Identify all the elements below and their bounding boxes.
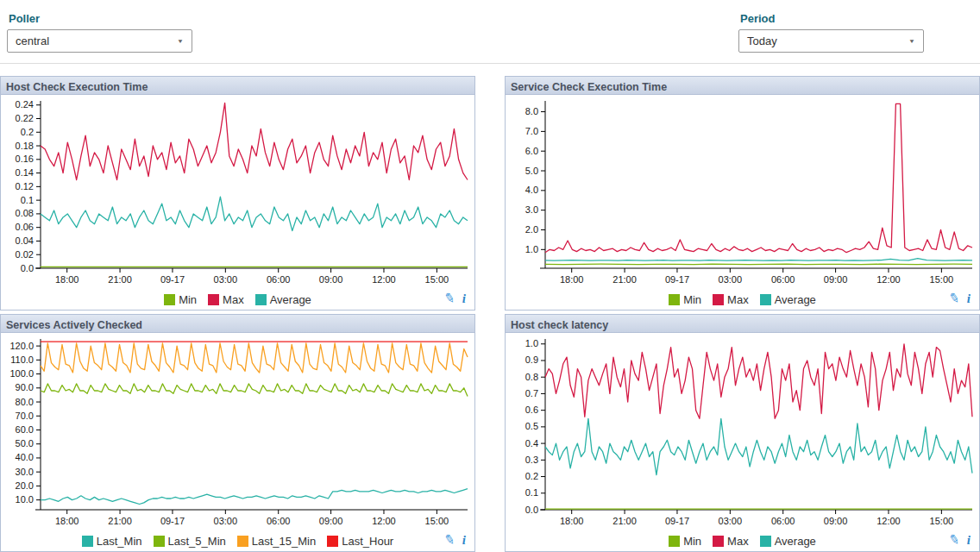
filter-bar: Poller central ▼ Period Today ▼ xyxy=(0,0,980,64)
svg-text:15:00: 15:00 xyxy=(930,516,954,526)
legend-swatch xyxy=(669,536,680,547)
svg-text:06:00: 06:00 xyxy=(771,274,795,285)
panel-title-bar: Host Check Execution Time xyxy=(1,77,474,95)
legend-label: Min xyxy=(683,293,701,306)
svg-text:50.0: 50.0 xyxy=(16,438,34,448)
panel-service-check-execution-time: Service Check Execution Time 1.02.03.04.… xyxy=(505,76,980,310)
legend-swatch xyxy=(760,536,771,547)
legend-label: Last_Hour xyxy=(342,535,393,548)
legend-swatch xyxy=(255,294,267,305)
svg-text:09:00: 09:00 xyxy=(319,274,343,285)
info-icon[interactable]: i xyxy=(462,533,466,548)
legend-swatch xyxy=(82,536,93,547)
svg-text:03:00: 03:00 xyxy=(214,516,238,526)
legend-label: Min xyxy=(683,535,701,548)
info-icon[interactable]: i xyxy=(967,292,971,306)
svg-text:15:00: 15:00 xyxy=(930,274,954,285)
legend-label: Last_5_Min xyxy=(168,535,226,548)
panel-title-bar: Services Actively Checked xyxy=(1,315,474,333)
svg-text:0.0: 0.0 xyxy=(21,263,34,273)
legend-swatch xyxy=(208,294,219,305)
svg-text:12:00: 12:00 xyxy=(372,274,396,285)
svg-text:0.04: 0.04 xyxy=(16,235,34,246)
svg-text:0.08: 0.08 xyxy=(16,208,34,218)
svg-text:2.0: 2.0 xyxy=(525,224,538,235)
legend-label: Max xyxy=(223,293,244,306)
svg-text:0.8: 0.8 xyxy=(525,372,538,382)
panel-title: Host check latency xyxy=(511,319,608,331)
svg-text:21:00: 21:00 xyxy=(612,516,637,526)
panel-title-bar: Host check latency xyxy=(506,315,979,333)
svg-text:0.6: 0.6 xyxy=(525,405,538,415)
legend-swatch xyxy=(164,294,175,305)
legend-item-average: Average xyxy=(255,293,311,306)
panel-title: Services Actively Checked xyxy=(6,319,142,331)
legend-item-min: Min xyxy=(669,293,701,306)
svg-text:0.7: 0.7 xyxy=(525,388,538,398)
svg-text:1.0: 1.0 xyxy=(525,338,538,348)
svg-text:0.22: 0.22 xyxy=(16,113,34,123)
legend-label: Average xyxy=(775,293,816,306)
legend-swatch xyxy=(713,536,724,547)
legend-item-average: Average xyxy=(760,535,816,548)
svg-text:09-17: 09-17 xyxy=(665,274,689,285)
poller-field: Poller central ▼ xyxy=(7,10,192,63)
pencil-icon[interactable]: ✎ xyxy=(948,290,962,307)
svg-text:3.0: 3.0 xyxy=(525,204,538,215)
svg-text:0.16: 0.16 xyxy=(16,154,34,164)
svg-text:03:00: 03:00 xyxy=(719,274,743,285)
period-select[interactable]: Today ▼ xyxy=(738,29,924,53)
charts-grid: Host Check Execution Time 0.00.020.040.0… xyxy=(0,76,980,552)
svg-text:100.0: 100.0 xyxy=(9,368,34,379)
svg-text:03:00: 03:00 xyxy=(214,274,238,285)
chart-legend: MinMaxAverage xyxy=(669,293,816,306)
legend-label: Average xyxy=(270,293,311,306)
svg-text:09:00: 09:00 xyxy=(824,274,848,285)
svg-text:21:00: 21:00 xyxy=(108,516,132,526)
svg-text:0.3: 0.3 xyxy=(525,455,538,465)
pencil-icon[interactable]: ✎ xyxy=(443,290,457,307)
legend-swatch xyxy=(669,294,680,305)
svg-text:120.0: 120.0 xyxy=(9,341,34,351)
poller-selected-value: central xyxy=(16,34,49,47)
svg-text:12:00: 12:00 xyxy=(372,516,396,526)
svg-text:09:00: 09:00 xyxy=(319,516,343,526)
svg-text:10.0: 10.0 xyxy=(16,494,34,505)
info-icon[interactable]: i xyxy=(967,533,971,548)
legend-label: Max xyxy=(727,535,749,548)
svg-text:18:00: 18:00 xyxy=(560,516,584,526)
svg-text:20.0: 20.0 xyxy=(16,480,34,491)
legend-label: Last_15_Min xyxy=(252,535,316,548)
svg-text:09-17: 09-17 xyxy=(160,274,185,285)
legend-label: Max xyxy=(727,293,749,306)
legend-item-max: Max xyxy=(208,293,244,306)
svg-text:1.0: 1.0 xyxy=(525,244,538,254)
svg-text:40.0: 40.0 xyxy=(16,452,34,462)
svg-text:15:00: 15:00 xyxy=(425,516,449,526)
host-check-execution-time-chart: 0.00.020.040.060.080.10.120.140.160.180.… xyxy=(1,95,474,289)
svg-text:06:00: 06:00 xyxy=(771,516,795,526)
legend-swatch xyxy=(713,294,724,305)
svg-text:0.1: 0.1 xyxy=(21,195,34,205)
pencil-icon[interactable]: ✎ xyxy=(443,531,457,549)
svg-text:110.0: 110.0 xyxy=(10,354,34,365)
svg-text:0.9: 0.9 xyxy=(525,354,538,365)
legend-swatch xyxy=(154,536,165,547)
svg-text:03:00: 03:00 xyxy=(719,516,743,526)
svg-text:0.2: 0.2 xyxy=(21,127,34,137)
legend-label: Average xyxy=(775,535,816,548)
svg-text:12:00: 12:00 xyxy=(876,274,901,285)
svg-text:09-17: 09-17 xyxy=(160,516,185,526)
svg-text:60.0: 60.0 xyxy=(16,424,34,435)
panel-host-check-execution-time: Host Check Execution Time 0.00.020.040.0… xyxy=(0,76,475,310)
svg-text:09-17: 09-17 xyxy=(665,516,689,526)
legend-item-max: Max xyxy=(713,535,749,548)
svg-text:0.0: 0.0 xyxy=(525,505,538,515)
poller-select[interactable]: central ▼ xyxy=(7,29,192,53)
period-selected-value: Today xyxy=(747,34,777,47)
legend-swatch xyxy=(760,294,771,305)
svg-text:0.2: 0.2 xyxy=(525,471,538,481)
poller-label: Poller xyxy=(9,12,192,25)
info-icon[interactable]: i xyxy=(462,292,466,306)
pencil-icon[interactable]: ✎ xyxy=(948,531,962,549)
